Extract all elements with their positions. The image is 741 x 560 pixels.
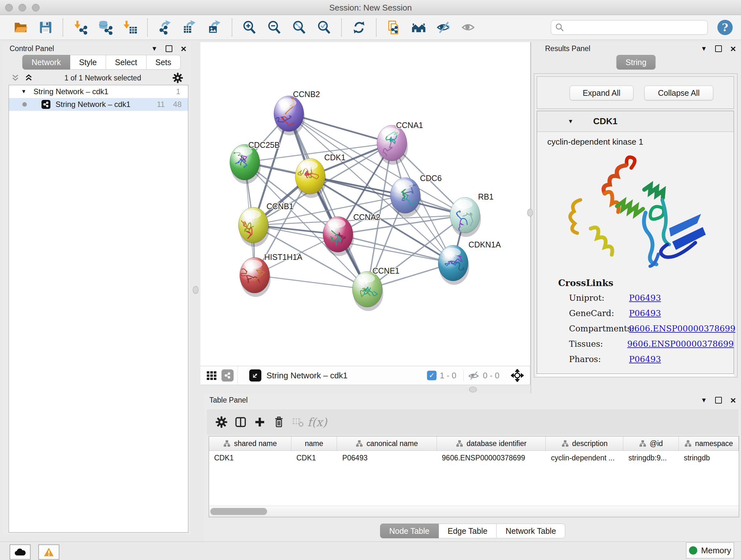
vertical-splitter-handle[interactable] [193,286,199,294]
panel-maximize-icon[interactable] [715,397,722,403]
column-header-database-identifier[interactable]: database identifier [437,436,546,450]
tab-select[interactable]: Select [106,55,146,70]
tab-network-table[interactable]: Network Table [496,523,565,538]
tree-expander-icon[interactable]: ▼ [21,88,26,95]
table-hscrollbar[interactable] [209,506,739,517]
import-network-button[interactable] [71,18,90,37]
control-panel-title: Control Panel [10,44,54,53]
cell[interactable]: cyclin-dependent ... [546,451,623,465]
node-CDKN1A[interactable]: CDKN1A [438,240,501,285]
entry-header[interactable]: ▼ CDK1 [537,111,734,132]
horizontal-splitter[interactable] [200,385,530,393]
panel-float-icon[interactable]: ▼ [151,45,158,52]
entry-expander-icon[interactable]: ▼ [568,118,574,125]
panel-close-icon[interactable]: × [730,46,736,51]
edge-CCNB2-CCNE1[interactable] [289,114,367,289]
results-splitter-handle[interactable] [527,209,533,216]
grid-view-icon[interactable] [206,370,217,381]
birds-eye-toggle-icon[interactable] [511,369,524,382]
tab-edge-table[interactable]: Edge Table [439,523,497,538]
table-settings-gear-icon[interactable] [212,413,231,432]
zoom-in-button[interactable] [240,18,259,37]
panel-close-icon[interactable]: × [181,46,186,51]
cell[interactable]: CDK1 [209,451,291,465]
zoom-out-button[interactable] [265,18,284,37]
selected-checkbox-icon[interactable]: ✓ [427,371,436,380]
cell[interactable]: stringdb:9... [623,451,678,465]
cell[interactable]: 9606.ENSP00000378699 [437,451,546,465]
create-column-icon[interactable] [250,413,269,432]
detach-view-icon[interactable] [249,369,261,381]
crosslink-link[interactable]: P06493 [629,354,661,364]
help-button[interactable]: ? [718,20,733,35]
hscroll-thumb[interactable] [210,508,267,515]
export-table-button[interactable] [181,18,199,37]
node-CDC6[interactable]: CDC6 [390,174,442,217]
edge-HIST1H1A-CCNE1[interactable] [255,275,367,289]
expand-all-button[interactable]: Expand All [569,85,633,100]
string-view-icon[interactable] [221,369,233,381]
home-button[interactable] [409,18,428,37]
node-HIST1H1A[interactable]: HIST1H1A [240,253,302,297]
expand-all-chevron-icon[interactable] [24,73,33,82]
tab-network[interactable]: Network [22,55,70,70]
cell[interactable]: CDK1 [291,451,337,465]
node-RB1[interactable]: RB1 [450,192,494,237]
refresh-button[interactable] [350,18,368,37]
cell[interactable]: stringdb [679,451,739,465]
node-CCNA2[interactable]: CCNA2 [323,212,381,256]
show-eye-button[interactable] [459,18,478,37]
tab-node-table[interactable]: Node Table [380,523,439,538]
collapse-all-button[interactable]: Collapse All [644,85,713,100]
tab-style[interactable]: Style [70,55,106,70]
table-row[interactable]: CDK1CDK1P064939606.ENSP00000378699cyclin… [209,451,739,465]
zoom-fit-button[interactable] [290,18,309,37]
save-button[interactable] [37,18,55,37]
zoom-selected-icon [317,20,332,35]
panel-maximize-icon[interactable] [165,45,172,52]
panel-float-icon[interactable]: ▼ [701,45,707,52]
column-header-@id[interactable]: @id [623,436,678,450]
search-input[interactable] [551,20,708,35]
node-CDC25B[interactable]: CDC25B [230,140,280,184]
panel-maximize-icon[interactable] [715,45,722,52]
crosslink-link[interactable]: 9606.ENSP00000378699 [627,339,734,349]
import-database-button[interactable] [96,18,115,37]
column-header-name[interactable]: name [291,436,337,450]
column-header-description[interactable]: description [546,436,623,450]
crosslink-link[interactable]: P06493 [629,308,661,318]
network-collection-row[interactable]: ▼ String Network – cdk1 1 [9,85,188,98]
column-header-namespace[interactable]: namespace [679,436,739,450]
node-CCNB1[interactable]: CCNB1 [239,202,293,247]
panel-close-icon[interactable]: × [730,397,736,403]
open-folder-button[interactable] [11,18,30,37]
network-canvas[interactable]: CCNB2CCNA1CDC25BCDK1CDC6RB1CCNB1CCNA2CDK… [200,42,531,366]
import-table-button[interactable] [121,18,139,37]
crosslink-link[interactable]: P06493 [629,293,661,303]
delete-column-trash-icon[interactable] [269,413,288,432]
tab-sets[interactable]: Sets [146,55,181,70]
cloud-status-button[interactable] [10,544,30,560]
crosslink-row: GeneCard:P06493 [537,306,734,321]
panel-float-icon[interactable]: ▼ [701,396,707,404]
column-header-shared-name[interactable]: shared name [209,436,291,450]
zoom-selected-button[interactable] [315,18,333,37]
control-panel-tabs: NetworkStyleSelectSets [22,55,181,70]
node-CCNA1[interactable]: CCNA1 [377,121,423,165]
memory-button[interactable]: Memory [686,543,734,558]
hide-selected-button[interactable] [434,18,453,37]
export-network-button[interactable] [156,18,174,37]
show-columns-icon[interactable] [231,413,250,432]
warnings-button[interactable] [38,544,59,560]
node-CCNB2[interactable]: CCNB2 [274,90,320,135]
export-image-button[interactable] [205,18,224,37]
clone-network-button[interactable] [385,18,403,37]
collapse-all-chevron-icon[interactable] [11,73,20,82]
node-label-CCNB1: CCNB1 [266,202,293,211]
crosslink-link[interactable]: 9606.ENSP00000378699 [629,324,735,333]
cell[interactable]: P06493 [337,451,436,465]
network-row[interactable]: String Network – cdk1 11 48 [9,98,188,111]
network-options-gear-icon[interactable] [172,72,183,83]
column-header-canonical-name[interactable]: canonical name [337,436,436,450]
tab-string[interactable]: String [616,55,656,70]
